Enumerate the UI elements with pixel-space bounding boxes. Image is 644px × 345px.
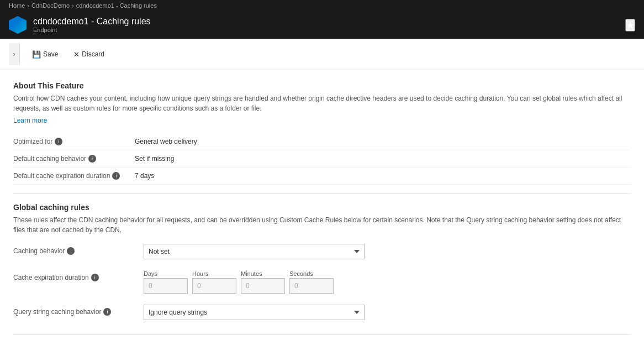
info-value-caching-behavior: Set if missing xyxy=(135,155,174,163)
query-string-control: Ignore query strings Bypass caching for … xyxy=(144,305,631,320)
cache-expiration-label: Cache expiration duration i xyxy=(13,270,135,281)
info-row-caching-behavior: Default caching behavior i Set if missin… xyxy=(13,150,631,168)
minutes-input[interactable] xyxy=(241,278,285,294)
hours-label: Hours xyxy=(192,270,236,277)
about-description: Control how CDN caches your content, inc… xyxy=(13,93,631,113)
label-text: Optimized for xyxy=(13,138,52,145)
hours-input[interactable] xyxy=(192,278,236,294)
about-section: About This Feature Control how CDN cache… xyxy=(13,81,631,133)
days-field: Days xyxy=(144,270,188,294)
info-icon-optimized: i xyxy=(55,138,62,145)
info-value-expiration: 7 days xyxy=(135,172,154,180)
info-icon-caching-behavior-global: i xyxy=(67,247,75,255)
seconds-field: Seconds xyxy=(289,270,334,294)
divider-1 xyxy=(13,194,631,194)
toolbar: › 💾 Save ✕ Discard xyxy=(0,39,644,70)
cache-expiration-row: Cache expiration duration i Days Hours xyxy=(13,265,631,299)
global-caching-title: Global caching rules xyxy=(13,203,631,212)
label-text: Default cache expiration duration xyxy=(13,172,110,180)
hours-field: Hours xyxy=(192,270,236,294)
about-title: About This Feature xyxy=(13,81,631,90)
learn-more-link[interactable]: Learn more xyxy=(13,117,47,124)
info-row-optimized: Optimized for i General web delivery xyxy=(13,133,631,150)
minutes-label: Minutes xyxy=(241,270,285,277)
save-icon: 💾 xyxy=(32,50,41,59)
days-label: Days xyxy=(144,270,188,277)
sidebar-collapse-button[interactable]: › xyxy=(9,43,20,65)
query-string-row: Query string caching behavior i Ignore q… xyxy=(13,299,631,326)
query-string-label: Query string caching behavior i xyxy=(13,305,135,316)
info-value-optimized: General web delivery xyxy=(135,138,197,145)
cache-expiration-control: Days Hours Minutes Seconds xyxy=(144,270,631,294)
discard-icon: ✕ xyxy=(73,50,80,59)
info-icon-expiration-global: i xyxy=(91,274,99,281)
info-icon-query-string: i xyxy=(103,308,111,316)
global-caching-section: Global caching rules These rules affect … xyxy=(13,203,631,326)
info-label-expiration: Default cache expiration duration i xyxy=(13,172,135,180)
days-input[interactable] xyxy=(144,278,188,294)
info-icon-caching-behavior: i xyxy=(88,155,96,163)
breadcrumb-page: cdndocdemo1 - Caching rules xyxy=(76,2,157,9)
caching-behavior-label-text: Caching behavior xyxy=(13,247,65,255)
info-label-caching-behavior: Default caching behavior i xyxy=(13,155,135,163)
app-logo xyxy=(9,16,27,34)
page-subtitle: Endpoint xyxy=(33,27,151,33)
label-text: Default caching behavior xyxy=(13,155,86,163)
duration-fields: Days Hours Minutes Seconds xyxy=(144,270,631,294)
save-label: Save xyxy=(43,50,58,58)
caching-behavior-label: Caching behavior i xyxy=(13,244,135,255)
divider-2 xyxy=(13,334,631,335)
top-bar-title: cdndocdemo1 - Caching rules Endpoint xyxy=(33,17,151,33)
breadcrumb-cdn[interactable]: CdnDocDemo xyxy=(31,2,70,9)
global-caching-description: These rules affect the CDN caching behav… xyxy=(13,215,631,235)
pin-button[interactable]: ★ xyxy=(625,19,635,32)
breadcrumb-home[interactable]: Home xyxy=(9,2,25,9)
breadcrumb-sep2: › xyxy=(72,2,74,9)
caching-behavior-row: Caching behavior i Not set Bypass cache … xyxy=(13,238,631,265)
caching-behavior-control: Not set Bypass cache Override Set if mis… xyxy=(144,244,631,259)
cache-expiration-label-text: Cache expiration duration xyxy=(13,274,89,281)
info-icon-expiration: i xyxy=(112,172,120,180)
top-bar-left: cdndocdemo1 - Caching rules Endpoint xyxy=(9,16,151,34)
top-bar: cdndocdemo1 - Caching rules Endpoint ★ xyxy=(0,11,644,39)
query-string-select[interactable]: Ignore query strings Bypass caching for … xyxy=(144,305,365,320)
info-row-expiration: Default cache expiration duration i 7 da… xyxy=(13,168,631,185)
discard-button[interactable]: ✕ Discard xyxy=(70,49,108,60)
info-label-optimized: Optimized for i xyxy=(13,138,135,145)
minutes-field: Minutes xyxy=(241,270,285,294)
page-title: cdndocdemo1 - Caching rules xyxy=(33,17,151,27)
breadcrumb: Home › CdnDocDemo › cdndocdemo1 - Cachin… xyxy=(0,0,644,11)
header-area: Home › CdnDocDemo › cdndocdemo1 - Cachin… xyxy=(0,0,644,70)
discard-label: Discard xyxy=(82,50,104,58)
main-wrapper: Home › CdnDocDemo › cdndocdemo1 - Cachin… xyxy=(0,0,644,345)
query-string-label-text: Query string caching behavior xyxy=(13,308,101,316)
breadcrumb-sep1: › xyxy=(27,2,29,9)
seconds-input[interactable] xyxy=(289,278,334,294)
seconds-label: Seconds xyxy=(289,270,334,277)
save-button[interactable]: 💾 Save xyxy=(29,49,61,60)
caching-behavior-select[interactable]: Not set Bypass cache Override Set if mis… xyxy=(144,244,365,259)
content-area: About This Feature Control how CDN cache… xyxy=(0,70,644,345)
